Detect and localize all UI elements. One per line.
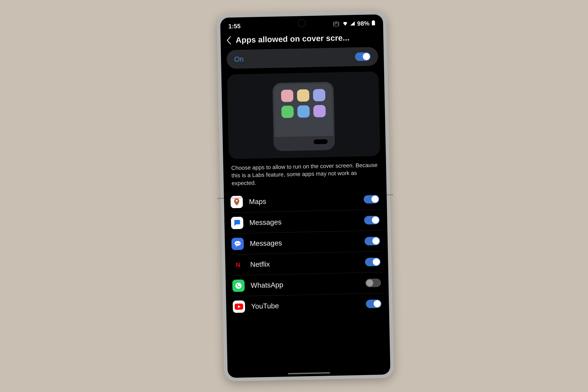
svg-point-7 — [236, 282, 242, 289]
illustration-bar — [314, 139, 328, 144]
illustration-app-icon — [297, 89, 309, 102]
phone-frame: 1:55 📳 98% Apps allowed on cover scre... — [217, 11, 394, 381]
app-row-maps[interactable]: Maps — [230, 188, 382, 212]
master-toggle-card[interactable]: On — [226, 47, 378, 69]
netflix-icon: N — [232, 258, 244, 271]
app-toggle-netflix[interactable] — [365, 258, 381, 266]
app-row-messages-google[interactable]: Messages — [230, 210, 382, 234]
app-toggle-messages-google[interactable] — [364, 216, 380, 224]
illustration-app-icon — [297, 105, 310, 118]
status-right: 📳 98% — [333, 20, 375, 28]
svg-rect-1 — [372, 21, 375, 25]
youtube-icon — [232, 300, 245, 313]
app-label: YouTube — [251, 300, 360, 310]
app-row-whatsapp[interactable]: WhatsApp — [231, 272, 383, 296]
app-label: Messages — [249, 216, 358, 227]
home-indicator[interactable] — [288, 372, 330, 374]
wifi-icon — [342, 21, 348, 27]
battery-icon — [372, 20, 375, 27]
page-title: Apps allowed on cover scre... — [236, 32, 377, 45]
illustration-app-icon — [313, 89, 325, 101]
camera-notch — [298, 20, 305, 26]
status-time: 1:55 — [228, 22, 240, 30]
svg-rect-0 — [372, 20, 374, 21]
app-label: Netflix — [250, 258, 359, 268]
cover-screen-illustration — [227, 71, 380, 159]
master-toggle[interactable] — [355, 52, 371, 61]
header: Apps allowed on cover scre... — [220, 28, 384, 50]
app-toggle-whatsapp[interactable] — [365, 278, 381, 287]
app-toggle-youtube[interactable] — [366, 299, 382, 308]
vibrate-icon: 📳 — [333, 21, 340, 27]
illustration-app-icon — [313, 105, 326, 117]
app-label: Messages — [250, 237, 359, 248]
app-toggle-maps[interactable] — [364, 195, 380, 204]
signal-icon — [350, 20, 355, 26]
app-row-messages-samsung[interactable]: Messages — [230, 230, 382, 254]
messages-samsung-icon — [232, 238, 244, 250]
feature-description: Choose apps to allow to run on the cover… — [223, 156, 387, 192]
illustration-app-icon — [281, 89, 294, 102]
app-toggle-messages-samsung[interactable] — [364, 236, 380, 245]
app-row-netflix[interactable]: N Netflix — [231, 252, 383, 275]
app-row-youtube[interactable]: YouTube — [232, 293, 384, 317]
master-toggle-label: On — [234, 55, 244, 63]
app-label: WhatsApp — [251, 279, 360, 290]
illustration-device — [272, 82, 335, 151]
illustration-app-icon — [281, 105, 294, 118]
battery-text: 98% — [357, 20, 370, 27]
messages-google-icon — [231, 216, 244, 229]
whatsapp-icon — [232, 279, 244, 292]
back-button[interactable] — [226, 36, 232, 44]
app-list: Maps Messages Messages N Netflix — [224, 188, 389, 317]
